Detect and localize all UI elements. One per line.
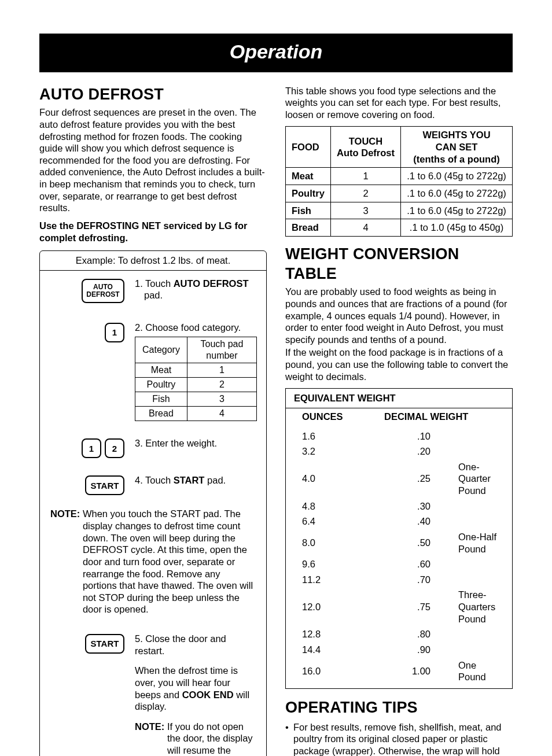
- table-row: 3.2.20: [286, 444, 512, 459]
- table-row: 8.0.50One-Half Pound: [286, 529, 512, 556]
- eq-cell: .70: [368, 572, 442, 588]
- cat-cell: 2: [187, 378, 256, 392]
- food-cell: .1 to 1.0 (45g to 450g): [401, 219, 513, 237]
- cat-cell: 3: [187, 392, 256, 407]
- eq-cell: .75: [368, 587, 442, 626]
- auto-defrost-button: AUTO DEFROST: [82, 279, 124, 303]
- table-row: Bread4: [135, 407, 257, 421]
- step4-pre: 4. Touch: [135, 475, 174, 485]
- cat-cell: Fish: [135, 392, 187, 407]
- step5-para-bold: COOK END: [182, 689, 234, 700]
- eq-th-decimal: DECIMAL WEIGHT: [368, 408, 512, 429]
- food-th-food: FOOD: [286, 127, 331, 168]
- step5-note-label: NOTE:: [135, 721, 164, 732]
- table-row: 6.4.40: [286, 514, 512, 529]
- food-cell: Bread: [286, 219, 331, 237]
- food-th-touch-l2: Auto Defrost: [337, 147, 395, 159]
- cat-cell: Poultry: [135, 378, 187, 392]
- eq-cell: One Pound: [442, 658, 512, 685]
- table-row: Poultry2: [135, 378, 257, 392]
- wct-para-2: If the weight on the food package is in …: [285, 346, 513, 382]
- defrosting-net-note: Use the DEFROSTING NET serviced by LG fo…: [39, 220, 267, 244]
- eq-cell: One-Quarter Pound: [442, 459, 512, 499]
- tip-text: For best results, remove fish, shellfish…: [293, 721, 513, 757]
- example-box: Example: To defrost 1.2 lbs. of meat. AU…: [39, 250, 267, 756]
- table-row: Meat1: [135, 363, 257, 378]
- food-cell: Meat: [286, 168, 331, 185]
- auto-defrost-intro: Four defrost sequences are preset in the…: [39, 106, 267, 214]
- operating-tips-list: •For best results, remove fish, shellfis…: [285, 721, 513, 757]
- eq-cell: .80: [368, 626, 442, 642]
- step5-para: When the defrost time is over, you will …: [135, 665, 257, 713]
- section-banner: Operation: [39, 34, 513, 72]
- food-cell: 1: [330, 168, 400, 185]
- food-th-weights: WEIGHTS YOU CAN SET (tenths of a pound): [401, 127, 513, 168]
- keypad-1-button: 1: [82, 438, 101, 458]
- step5-note: NOTE: If you do not open the door, the d…: [135, 721, 257, 756]
- step2-text: 2. Choose food category.: [135, 322, 257, 334]
- step5-note-body: If you do not open the door, the display…: [167, 721, 257, 756]
- start-button: START: [85, 475, 124, 495]
- start-button: START: [85, 634, 124, 654]
- eq-cell: .25: [368, 459, 442, 499]
- table-row: 1.6.10: [286, 429, 512, 444]
- eq-cell: .40: [368, 514, 442, 529]
- eq-cell: .30: [368, 499, 442, 514]
- equivalent-weight-table: OUNCES DECIMAL WEIGHT 1.6.10 3.2.20 4.0.…: [286, 408, 512, 685]
- example-step-4: START 4. Touch START pad.: [40, 458, 266, 495]
- table-row: 12.8.80: [286, 626, 512, 642]
- food-th-touch: TOUCH Auto Defrost: [330, 127, 400, 168]
- table-row: 9.6.60: [286, 556, 512, 572]
- food-type-table: FOOD TOUCH Auto Defrost WEIGHTS YOU CAN …: [285, 126, 513, 236]
- weight-conversion-heading: WEIGHT CONVERSION TABLE: [285, 245, 513, 284]
- eq-cell: 12.0: [286, 587, 368, 626]
- eq-cell: [442, 626, 512, 642]
- food-cell: 4: [330, 219, 400, 237]
- food-th-w-l3: (tenths of a pound): [407, 153, 506, 165]
- operating-tips-heading: OPERATING TIPS: [285, 698, 513, 718]
- example-step-2: 1 2. Choose food category. Category Touc…: [40, 303, 266, 422]
- food-cell: .1 to 6.0 (45g to 2722g): [401, 185, 513, 202]
- category-table: Category Touch pad number Meat1 Poultry2…: [135, 337, 257, 421]
- table-row: Bread4.1 to 1.0 (45g to 450g): [286, 219, 513, 237]
- food-th-touch-l1: TOUCH: [337, 135, 395, 147]
- eq-cell: 14.4: [286, 642, 368, 658]
- eq-cell: [442, 514, 512, 529]
- table-row: 11.2.70: [286, 572, 512, 588]
- eq-cell: .10: [368, 429, 442, 444]
- food-cell: Fish: [286, 202, 331, 219]
- eq-cell: [442, 572, 512, 588]
- auto-defrost-heading: AUTO DEFROST: [39, 85, 267, 105]
- table-row: Fish3: [135, 392, 257, 407]
- auto-defrost-button-l1: AUTO: [93, 283, 113, 291]
- eq-cell: 16.0: [286, 658, 368, 685]
- example-title: Example: To defrost 1.2 lbs. of meat.: [40, 251, 266, 271]
- keypad-2-button: 2: [105, 438, 124, 458]
- step3-text: 3. Enter the weight.: [124, 437, 257, 449]
- step1-pre: 1. Touch: [135, 278, 174, 289]
- eq-th-ounces: OUNCES: [286, 408, 368, 429]
- cat-head-category: Category: [135, 337, 187, 363]
- table-row: 12.0.75Three-Quarters Pound: [286, 587, 512, 626]
- cat-cell: 4: [187, 407, 256, 421]
- eq-cell: 8.0: [286, 529, 368, 556]
- eq-cell: [442, 429, 512, 444]
- eq-cell: [442, 642, 512, 658]
- eq-cell: 12.8: [286, 626, 368, 642]
- cat-head-touchpad: Touch pad number: [187, 337, 256, 363]
- two-column-layout: AUTO DEFROST Four defrost sequences are …: [39, 85, 513, 757]
- keypad-1-button: 1: [105, 323, 124, 342]
- cat-cell: Meat: [135, 363, 187, 378]
- eq-cell: .50: [368, 529, 442, 556]
- table-row: 4.0.25One-Quarter Pound: [286, 459, 512, 499]
- table-row: 16.01.00One Pound: [286, 658, 512, 685]
- eq-cell: 11.2: [286, 572, 368, 588]
- equivalent-weight-box: EQUIVALENT WEIGHT OUNCES DECIMAL WEIGHT …: [285, 388, 513, 689]
- list-item: •For best results, remove fish, shellfis…: [285, 721, 513, 757]
- note-body: When you touch the START pad. The displa…: [83, 508, 256, 615]
- food-cell: 2: [330, 185, 400, 202]
- step5-text: 5. Close the door and restart.: [135, 633, 257, 657]
- note-label: NOTE:: [50, 508, 80, 519]
- table-row: Poultry2.1 to 6.0 (45g to 2722g): [286, 185, 513, 202]
- example-step-3: 1 2 3. Enter the weight.: [40, 421, 266, 458]
